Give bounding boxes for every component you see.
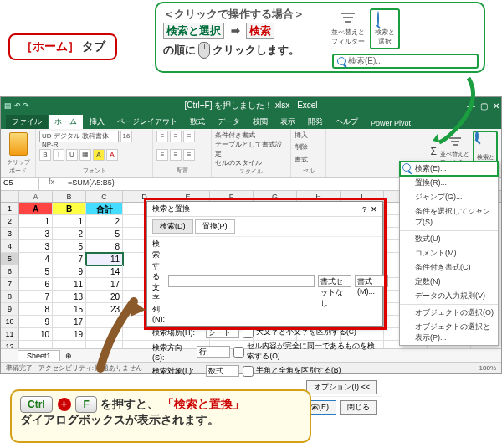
cells-delete[interactable]: 削除 — [295, 142, 322, 152]
tab-view[interactable]: 表示 — [274, 115, 301, 129]
align-mid[interactable]: ≡ — [170, 131, 182, 142]
paste-icon[interactable] — [9, 132, 28, 156]
tab-insert[interactable]: 挿入 — [84, 115, 110, 129]
menu-goto-special[interactable]: 条件を選択してジャンプ(S)... — [400, 204, 498, 229]
cell-styles[interactable]: セルのスタイル — [215, 158, 287, 167]
tab-powerpivot[interactable]: Power Pivot — [365, 117, 417, 129]
menu-formulas[interactable]: 数式(U) — [400, 232, 498, 246]
format-button[interactable]: 書式(M)... — [355, 275, 388, 287]
table-format[interactable]: テーブルとして書式設定 — [215, 140, 287, 158]
byte-check[interactable] — [243, 366, 254, 377]
search-icon — [337, 57, 346, 65]
col-header-c[interactable]: C — [86, 191, 123, 202]
tab-review[interactable]: 校閲 — [247, 115, 274, 129]
tab-page-layout[interactable]: ページレイアウト — [111, 115, 183, 129]
close-button-dialog[interactable]: 閉じる — [340, 400, 377, 415]
find-what-input[interactable] — [168, 275, 315, 287]
align-left[interactable]: ≡ — [156, 149, 168, 161]
tab-file[interactable]: ファイル — [6, 115, 48, 129]
tab-home[interactable]: ホーム — [49, 115, 83, 129]
cond-format[interactable]: 条件付き書式 — [215, 131, 287, 140]
underline-button[interactable]: U — [66, 149, 78, 161]
whole-cell-check[interactable] — [233, 347, 244, 358]
match-case-check[interactable] — [243, 327, 254, 338]
ribbon-tabs: ファイル ホーム 挿入 ページレイアウト 数式 データ 校閲 表示 開発 ヘルプ… — [1, 114, 501, 129]
find-select-preview: 検索と 選択 — [370, 8, 400, 49]
sheet-tab-1[interactable]: Sheet1 — [18, 350, 60, 361]
tab-developer[interactable]: 開発 — [302, 115, 329, 129]
close-button[interactable]: ✕ — [493, 101, 499, 111]
dialog-title: 検索と置換 — [152, 203, 190, 214]
cells-format[interactable]: 書式 — [295, 155, 322, 164]
arrow-icon: ➡ — [231, 24, 240, 37]
ribbon-preview: 並べ替えと フィルター 検索と 選択 — [328, 7, 479, 50]
mouse-icon — [198, 42, 210, 59]
search-menu-preview: 検索(E)... — [332, 54, 479, 69]
callout-click-instructions: ＜クリックで操作する場合＞ 検索と選択 ➡ 検索 の順に クリックします。 並べ… — [155, 2, 485, 73]
menu-selection-pane[interactable]: オブジェクトの選択と表示(P)... — [400, 320, 498, 345]
cells-insert[interactable]: 挿入 — [295, 131, 322, 140]
callout-btn-find-select: 検索と選択 — [163, 23, 224, 39]
align-top[interactable]: ≡ — [156, 131, 168, 142]
fx-label: fx — [39, 178, 64, 190]
menu-find[interactable]: 検索(E)... — [400, 162, 498, 176]
tab-help[interactable]: ヘルプ — [330, 115, 364, 129]
border-button[interactable]: ▦ — [79, 149, 91, 161]
align-bot[interactable]: ≡ — [183, 131, 195, 142]
maximize-button[interactable]: ▢ — [480, 101, 488, 111]
tab-formulas[interactable]: 数式 — [184, 115, 211, 129]
tab-data[interactable]: データ — [212, 115, 246, 129]
italic-button[interactable]: I — [53, 149, 64, 161]
minimize-button[interactable]: — — [467, 101, 475, 111]
menu-select-objects[interactable]: オブジェクトの選択(O) — [400, 306, 498, 320]
f-key: F — [75, 396, 96, 413]
find-what-label: 検索する文字列(N): — [152, 239, 165, 323]
bold-button[interactable]: B — [39, 149, 51, 161]
font-color-button[interactable]: A — [106, 149, 118, 161]
font-selector[interactable]: UD デジタル 教科書体 NP-R — [39, 131, 119, 142]
dialog-close[interactable]: ✕ — [371, 205, 377, 214]
menu-validation[interactable]: データの入力規則(V) — [400, 289, 498, 303]
find-replace-dialog: 検索と置換 ? ✕ 検索(D) 置換(P) 検索する文字列(N): 書式セットな… — [146, 201, 383, 327]
col-header-b[interactable]: B — [53, 191, 86, 202]
within-select[interactable]: シート — [206, 327, 239, 338]
menu-goto[interactable]: ジャンプ(G)... — [400, 190, 498, 204]
find-select-dropdown: 検索(E)... 置換(R)... ジャンプ(G)... 条件を選択してジャンプ… — [399, 161, 499, 346]
window-title: [Ctrl+F] を押しました！.xlsx - Excel — [184, 100, 317, 111]
qat[interactable]: ▤ ↶ ↷ — [4, 101, 29, 110]
no-format-label: 書式セットなし — [318, 275, 351, 287]
align-right[interactable]: ≡ — [183, 149, 195, 161]
align-center[interactable]: ≡ — [170, 149, 182, 161]
dialog-help[interactable]: ? — [362, 205, 366, 214]
callout-keyboard-shortcut: Ctrl + F を押すと、 「検索と置換」 ダイアログボックスが表示されます。 — [10, 389, 311, 443]
col-header-a[interactable]: A — [19, 191, 53, 202]
options-button[interactable]: オプション(I) << — [306, 380, 377, 394]
dialog-tab-replace[interactable]: 置換(P) — [195, 219, 235, 234]
zoom-level[interactable]: 100% — [479, 364, 496, 372]
search-icon — [402, 163, 411, 172]
select-all[interactable] — [1, 191, 19, 202]
new-sheet-button[interactable]: ⊕ — [65, 352, 72, 360]
plus-icon: + — [58, 398, 71, 411]
menu-cond-format[interactable]: 条件付き書式(C) — [400, 260, 498, 275]
name-box[interactable]: C5 — [1, 178, 39, 190]
lookin-select[interactable]: 数式 — [206, 365, 239, 377]
fill-color-button[interactable]: A — [93, 149, 105, 161]
menu-comments[interactable]: コメント(M) — [400, 246, 498, 260]
sort-filter-preview: 並べ替えと フィルター — [328, 10, 368, 48]
font-size[interactable]: 16 — [120, 131, 132, 142]
callout-btn-find: 検索 — [246, 23, 274, 39]
menu-replace[interactable]: 置換(R)... — [400, 176, 498, 190]
ctrl-key: Ctrl — [20, 396, 53, 413]
dialog-tab-find[interactable]: 検索(D) — [152, 219, 193, 234]
autosum-group[interactable]: Σ — [431, 146, 437, 157]
direction-select[interactable]: 行 — [197, 346, 230, 358]
title-bar: ▤ ↶ ↷ [Ctrl+F] を押しました！.xlsx - Excel — ▢ … — [1, 97, 501, 114]
home-tab-badge: ［ ホーム ］ タブ — [8, 33, 117, 60]
menu-constants[interactable]: 定数(N) — [400, 275, 498, 289]
